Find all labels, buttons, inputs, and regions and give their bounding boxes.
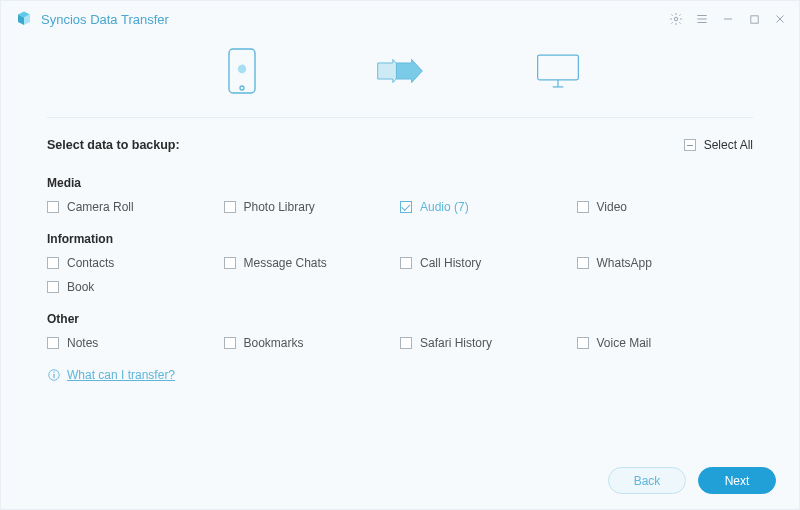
group-title: Information xyxy=(47,232,753,246)
content-area: Select data to backup: Select All Media … xyxy=(1,118,799,382)
item-label: Message Chats xyxy=(244,256,327,270)
section-prompt: Select data to backup: xyxy=(47,138,180,152)
item-label: Book xyxy=(67,280,94,294)
checkbox[interactable] xyxy=(224,201,236,213)
item-label: Camera Roll xyxy=(67,200,134,214)
maximize-icon[interactable] xyxy=(747,12,761,26)
checkbox[interactable] xyxy=(577,201,589,213)
select-all-label: Select All xyxy=(704,138,753,152)
checkbox[interactable] xyxy=(47,281,59,293)
item-label: Safari History xyxy=(420,336,492,350)
item-book[interactable]: Book xyxy=(47,280,225,294)
footer-buttons: Back Next xyxy=(608,467,776,494)
menu-icon[interactable] xyxy=(695,12,709,26)
item-message-chats[interactable]: Message Chats xyxy=(224,256,401,270)
item-label: Call History xyxy=(420,256,481,270)
item-label: WhatsApp xyxy=(597,256,652,270)
checkbox[interactable] xyxy=(47,201,59,213)
item-notes[interactable]: Notes xyxy=(47,336,224,350)
svg-rect-13 xyxy=(538,55,579,80)
item-label: Bookmarks xyxy=(244,336,304,350)
checkbox[interactable] xyxy=(400,201,412,213)
item-voice-mail[interactable]: Voice Mail xyxy=(577,336,754,350)
item-label: Photo Library xyxy=(244,200,315,214)
svg-marker-12 xyxy=(396,59,422,82)
window-controls xyxy=(669,12,787,26)
item-label: Audio (7) xyxy=(420,200,469,214)
titlebar: Syncios Data Transfer xyxy=(1,1,799,37)
help-link[interactable]: What can I transfer? xyxy=(47,368,753,382)
group-title: Media xyxy=(47,176,753,190)
checkbox[interactable] xyxy=(224,257,236,269)
minimize-icon[interactable] xyxy=(721,12,735,26)
checkbox[interactable] xyxy=(577,257,589,269)
item-label: Notes xyxy=(67,336,98,350)
app-title: Syncios Data Transfer xyxy=(41,12,169,27)
checkbox[interactable] xyxy=(47,337,59,349)
checkbox[interactable] xyxy=(224,337,236,349)
svg-rect-18 xyxy=(53,372,54,373)
back-button[interactable]: Back xyxy=(608,467,686,494)
svg-rect-5 xyxy=(750,15,757,22)
item-label: Contacts xyxy=(67,256,114,270)
item-camera-roll[interactable]: Camera Roll xyxy=(47,200,224,214)
settings-icon[interactable] xyxy=(669,12,683,26)
checkbox[interactable] xyxy=(400,337,412,349)
item-whatsapp[interactable]: WhatsApp xyxy=(577,256,754,270)
group-media: Media Camera Roll Photo Library Audio (7… xyxy=(47,176,753,214)
item-audio[interactable]: Audio (7) xyxy=(400,200,577,214)
svg-point-0 xyxy=(674,17,678,21)
next-button[interactable]: Next xyxy=(698,467,776,494)
item-label: Video xyxy=(597,200,627,214)
group-information: Information Contacts Message Chats Call … xyxy=(47,232,753,294)
monitor-icon xyxy=(535,49,581,93)
item-bookmarks[interactable]: Bookmarks xyxy=(224,336,401,350)
item-call-history[interactable]: Call History xyxy=(400,256,577,270)
group-other: Other Notes Bookmarks Safari History Voi… xyxy=(47,312,753,350)
phone-icon xyxy=(219,47,265,95)
next-button-label: Next xyxy=(725,474,750,488)
svg-point-9 xyxy=(240,86,244,90)
group-title: Other xyxy=(47,312,753,326)
back-button-label: Back xyxy=(634,474,661,488)
select-all-checkbox[interactable] xyxy=(684,139,696,151)
help-link-label: What can I transfer? xyxy=(67,368,175,382)
arrow-icon xyxy=(375,56,425,86)
app-logo-icon xyxy=(15,10,33,28)
item-photo-library[interactable]: Photo Library xyxy=(224,200,401,214)
svg-rect-17 xyxy=(53,374,54,378)
item-label: Voice Mail xyxy=(597,336,652,350)
select-all[interactable]: Select All xyxy=(684,138,753,152)
device-flow xyxy=(1,37,799,117)
checkbox[interactable] xyxy=(47,257,59,269)
item-safari-history[interactable]: Safari History xyxy=(400,336,577,350)
close-icon[interactable] xyxy=(773,12,787,26)
checkbox[interactable] xyxy=(577,337,589,349)
item-contacts[interactable]: Contacts xyxy=(47,256,224,270)
checkbox[interactable] xyxy=(400,257,412,269)
item-video[interactable]: Video xyxy=(577,200,754,214)
